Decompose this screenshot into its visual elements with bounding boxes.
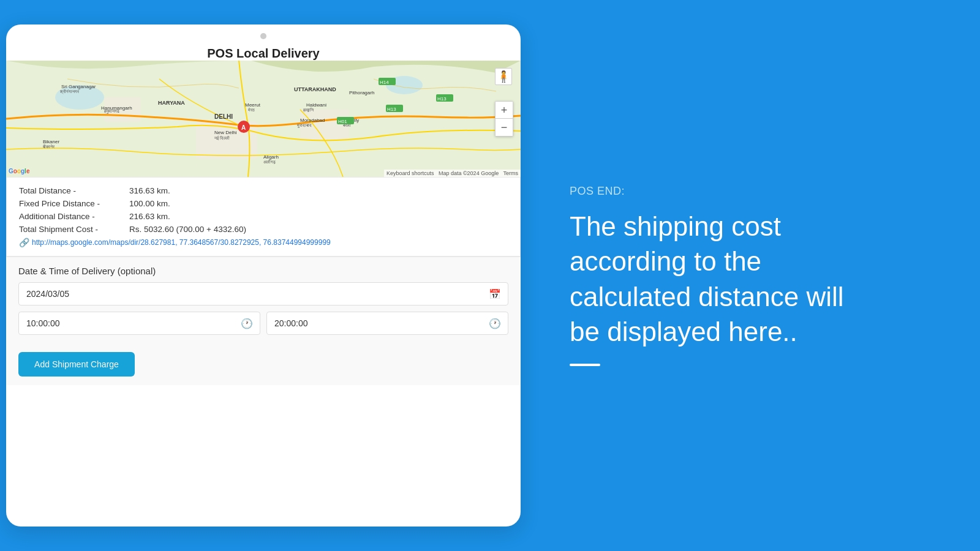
add-button-section: Add Shipment Charge xyxy=(6,343,521,385)
svg-text:मेरठ: मेरठ xyxy=(247,107,255,112)
calendar-icon: 📅 xyxy=(489,288,501,300)
date-input-wrapper: 📅 xyxy=(18,282,508,305)
info-section: Total Distance - 316.63 km. Fixed Price … xyxy=(6,177,521,257)
total-distance-row: Total Distance - 316.63 km. xyxy=(19,186,508,195)
shipment-cost-label: Total Shipment Cost - xyxy=(19,225,129,234)
time-to-wrapper: 🕐 xyxy=(266,312,508,335)
time-inputs: 🕐 🕐 xyxy=(18,312,508,335)
total-distance-value: 316.63 km. xyxy=(129,186,170,195)
additional-distance-row: Additional Distance - 216.63 km. xyxy=(19,212,508,221)
date-input[interactable] xyxy=(18,282,508,305)
svg-text:H13: H13 xyxy=(437,96,447,102)
add-shipment-button[interactable]: Add Shipment Charge xyxy=(18,352,135,377)
street-view-icon[interactable]: 🧍 xyxy=(495,68,512,85)
clock-to-icon: 🕐 xyxy=(489,318,501,329)
google-logo: Google xyxy=(9,168,29,174)
svg-text:हनुमानगढ: हनुमानगढ xyxy=(104,109,119,114)
svg-text:Meerut: Meerut xyxy=(245,102,261,108)
svg-text:New Delhi: New Delhi xyxy=(214,130,237,135)
total-distance-label: Total Distance - xyxy=(19,186,129,195)
svg-text:Pithoragarh: Pithoragarh xyxy=(349,90,374,96)
time-from-wrapper: 🕐 xyxy=(18,312,260,335)
svg-text:UTTARAKHAND: UTTARAKHAND xyxy=(294,86,336,92)
shipment-cost-value: Rs. 5032.60 (700.00 + 4332.60) xyxy=(129,225,246,234)
svg-text:Haldwani: Haldwani xyxy=(306,102,326,108)
svg-text:DELHI: DELHI xyxy=(214,113,233,120)
map-zoom-controls: + − xyxy=(495,101,513,137)
shipping-line2: according to the xyxy=(570,246,761,276)
svg-text:मुरादाबाद: मुरादाबाद xyxy=(296,123,312,128)
map-container[interactable]: Sri Ganganagar श्रीगंगानगर Hanumangarh H… xyxy=(6,61,521,177)
right-panel: POS END: The shipping cost according to … xyxy=(533,0,980,551)
map-svg: Sri Ganganagar श्रीगंगानगर Hanumangarh H… xyxy=(6,61,521,177)
shipping-line4: be displayed here.. xyxy=(570,317,797,347)
accent-line xyxy=(570,364,600,366)
fixed-price-row: Fixed Price Distance - 100.00 km. xyxy=(19,199,508,208)
svg-text:H14: H14 xyxy=(380,80,389,85)
top-dot xyxy=(260,33,266,39)
clock-from-icon: 🕐 xyxy=(241,318,253,329)
main-card: POS Local Delivery xyxy=(6,24,521,527)
terms: Terms xyxy=(503,170,519,176)
svg-text:A: A xyxy=(241,124,246,131)
svg-text:HARYANA: HARYANA xyxy=(158,100,185,106)
link-icon: 🔗 xyxy=(19,238,29,247)
keyboard-shortcuts: Keyboard shortcuts xyxy=(386,170,434,176)
map-data: Map data ©2024 Google xyxy=(439,170,499,176)
left-panel: POS Local Delivery xyxy=(0,0,533,551)
svg-text:H13: H13 xyxy=(387,107,396,112)
map-link-row: 🔗 http://maps.google.com/maps/dir/28.627… xyxy=(19,238,508,247)
shipping-line3: calculated distance will xyxy=(570,282,844,312)
time-from-input[interactable] xyxy=(18,312,260,335)
fixed-price-value: 100.00 km. xyxy=(129,199,170,208)
datetime-section: 📅 🕐 🕐 xyxy=(6,282,521,343)
svg-text:Sri Ganganagar: Sri Ganganagar xyxy=(61,84,96,89)
datetime-section-title: Date & Time of Delivery (optional) xyxy=(6,257,521,282)
map-link[interactable]: http://maps.google.com/maps/dir/28.62798… xyxy=(32,238,331,247)
svg-text:हल्द्वानि: हल्द्वानि xyxy=(303,107,314,112)
shipping-cost-text: The shipping cost according to the calcu… xyxy=(570,209,943,349)
svg-text:नई दिल्ली: नई दिल्ली xyxy=(214,135,230,141)
shipping-line1: The shipping cost xyxy=(570,211,781,241)
shipment-cost-row: Total Shipment Cost - Rs. 5032.60 (700.0… xyxy=(19,225,508,234)
svg-text:Moradabad: Moradabad xyxy=(300,118,325,123)
svg-text:श्रीगंगानगर: श्रीगंगानगर xyxy=(59,89,80,94)
svg-text:Bikaner: Bikaner xyxy=(43,139,59,144)
page-title: POS Local Delivery xyxy=(6,39,521,61)
additional-distance-value: 216.63 km. xyxy=(129,212,170,221)
svg-text:अलीगढ़: अलीगढ़ xyxy=(263,160,276,165)
fixed-price-label: Fixed Price Distance - xyxy=(19,199,129,208)
pos-end-label: POS END: xyxy=(570,185,943,198)
svg-text:Aligarh: Aligarh xyxy=(263,154,279,160)
zoom-out-button[interactable]: − xyxy=(496,119,513,136)
map-attribution: Keyboard shortcuts Map data ©2024 Google… xyxy=(384,170,521,177)
svg-text:बीकानेर: बीकानेर xyxy=(42,144,55,149)
time-to-input[interactable] xyxy=(266,312,508,335)
zoom-in-button[interactable]: + xyxy=(496,102,513,119)
additional-distance-label: Additional Distance - xyxy=(19,212,129,221)
svg-text:H01: H01 xyxy=(338,119,347,124)
